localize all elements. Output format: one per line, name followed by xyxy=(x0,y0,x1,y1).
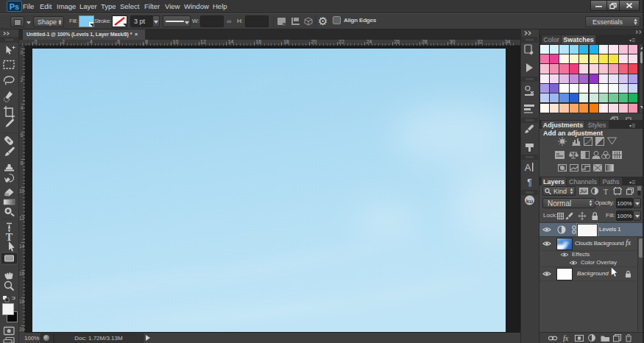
svg-text:ku: ku xyxy=(526,198,533,205)
svg-text:A: A xyxy=(525,162,531,173)
svg-text:¶: ¶ xyxy=(527,177,531,188)
svg-text:T: T xyxy=(6,232,13,243)
svg-text:T: T xyxy=(604,188,608,196)
svg-text:fx: fx xyxy=(563,334,569,342)
